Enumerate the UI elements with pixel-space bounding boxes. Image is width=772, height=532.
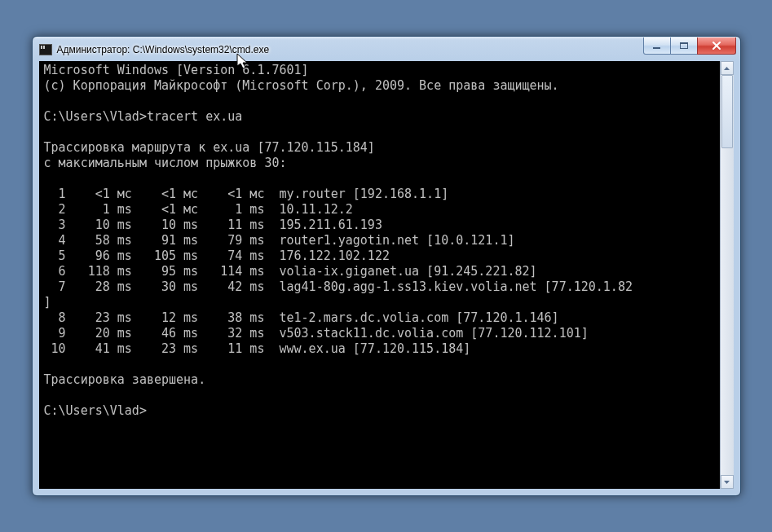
- scroll-down-button[interactable]: [721, 475, 734, 489]
- window-frame: Администратор: C:\Windows\system32\cmd.e…: [32, 36, 741, 496]
- minimize-button[interactable]: [643, 37, 671, 55]
- minimize-icon: [652, 42, 662, 50]
- maximize-button[interactable]: [670, 37, 698, 55]
- close-icon: [711, 41, 722, 51]
- scrollbar[interactable]: [720, 61, 734, 489]
- scroll-thumb[interactable]: [721, 75, 733, 148]
- chevron-down-icon: [723, 480, 730, 485]
- chevron-up-icon: [723, 66, 730, 71]
- maximize-icon: [679, 42, 689, 50]
- console-text: Microsoft Windows [Version 6.1.7601] (c)…: [44, 63, 633, 418]
- window-controls: [644, 37, 736, 55]
- close-button[interactable]: [697, 37, 736, 55]
- svg-rect-0: [653, 47, 660, 49]
- svg-rect-2: [680, 42, 688, 44]
- window-title: Администратор: C:\Windows\system32\cmd.e…: [57, 44, 270, 55]
- titlebar[interactable]: Администратор: C:\Windows\system32\cmd.e…: [37, 42, 735, 59]
- scroll-up-button[interactable]: [721, 61, 734, 75]
- console-area[interactable]: Microsoft Windows [Version 6.1.7601] (c)…: [39, 61, 734, 489]
- cmd-icon: [39, 44, 52, 55]
